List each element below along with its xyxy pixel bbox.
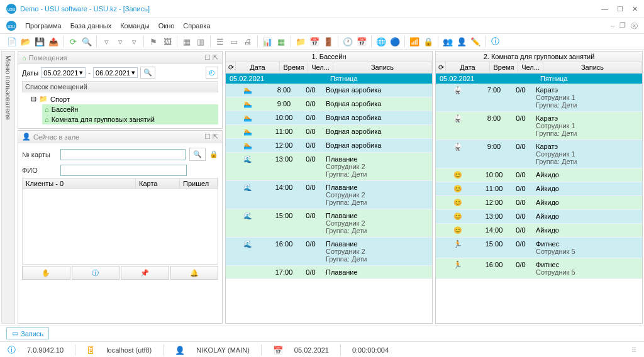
schedule-row[interactable]: 🏊12:000/0Водная аэробика bbox=[226, 139, 432, 153]
tree-room-pool[interactable]: ⌂Бассейн bbox=[42, 104, 218, 114]
schedule-row[interactable]: 🥋9:000/0КаратэСотрудник 1Группа: Дети bbox=[436, 140, 642, 168]
col-time[interactable]: Время bbox=[280, 62, 308, 73]
menu-help[interactable]: Справка bbox=[183, 22, 210, 30]
schedule-row[interactable]: 🏊8:000/0Водная аэробика bbox=[226, 84, 432, 97]
flag-icon[interactable]: ⚑ bbox=[148, 36, 159, 47]
schedule-row[interactable]: 🏃15:000/0ФитнесСотрудник 5 bbox=[436, 238, 642, 258]
image-icon[interactable]: 🖼 bbox=[162, 36, 173, 47]
col-record[interactable]: Запись bbox=[333, 62, 432, 73]
date-icon[interactable]: 📅 bbox=[356, 36, 367, 47]
mdi-restore-icon[interactable]: ❐ bbox=[619, 21, 626, 31]
search-card-button[interactable]: 🔍 bbox=[189, 148, 206, 161]
minimize-icon[interactable]: — bbox=[601, 5, 608, 13]
maximize-icon[interactable]: ☐ bbox=[617, 5, 623, 13]
color-icon[interactable]: 🔵 bbox=[389, 36, 401, 47]
tree-room-group[interactable]: ⌂Комната для групповых занятий bbox=[42, 114, 218, 124]
col-capacity[interactable]: Чел... bbox=[518, 62, 543, 73]
lock-icon[interactable]: 🔒 bbox=[423, 36, 434, 47]
sidetab-usermenu[interactable]: Меню пользователя bbox=[1, 51, 15, 324]
search-dates-button[interactable]: 🔍 bbox=[140, 67, 155, 79]
schedule-row[interactable]: 🌊16:000/0ПлаваниеСотрудник 2Группа: Дети bbox=[226, 238, 432, 266]
schedule-row[interactable]: 🏊10:000/0Водная аэробика bbox=[226, 111, 432, 125]
card-icon[interactable]: ▭ bbox=[228, 36, 240, 47]
filter3-icon[interactable]: ▿ bbox=[128, 36, 140, 47]
menu-database[interactable]: База данных bbox=[70, 22, 112, 30]
grid2-icon[interactable]: ▥ bbox=[195, 36, 206, 47]
schedule-row[interactable]: 🌊14:000/0ПлаваниеСотрудник 2Группа: Дети bbox=[226, 181, 432, 209]
filter-icon[interactable]: ▿ bbox=[101, 36, 112, 47]
panel-pin2-icon[interactable]: ⇱ bbox=[213, 133, 218, 141]
schedule-row[interactable]: 🥋8:000/0КаратэСотрудник 1Группа: Дети bbox=[436, 112, 642, 140]
panel-pin-icon[interactable]: ☐ bbox=[204, 133, 211, 141]
excel-icon[interactable]: ▦ bbox=[275, 36, 287, 47]
user-icon[interactable]: 👤 bbox=[456, 36, 467, 47]
col-time[interactable]: Время bbox=[490, 62, 518, 73]
menu-program[interactable]: Программа bbox=[25, 22, 62, 30]
schedule-row[interactable]: 17:000/0Плавание bbox=[226, 266, 432, 279]
chevron-down-icon[interactable]: ▾ bbox=[131, 69, 135, 77]
schedule-row[interactable]: 🌊13:000/0ПлаваниеСотрудник 2Группа: Дети bbox=[226, 153, 432, 181]
schedule-row[interactable]: 😊10:000/0Айкидо bbox=[436, 168, 642, 182]
new-icon[interactable]: 📄 bbox=[6, 36, 18, 47]
filter2-icon[interactable]: ▿ bbox=[114, 36, 126, 47]
menu-window[interactable]: Окно bbox=[158, 22, 175, 30]
date-to-input[interactable]: 06.02.2021▾ bbox=[93, 67, 138, 78]
refresh-icon[interactable]: ⟳ bbox=[67, 36, 79, 47]
schedule-row[interactable]: 🥋7:000/0КаратэСотрудник 1Группа: Дети bbox=[436, 84, 642, 112]
cal-icon[interactable]: 📅 bbox=[309, 36, 320, 47]
panel-pin-icon[interactable]: ☐ bbox=[204, 53, 211, 62]
export-icon[interactable]: 📤 bbox=[48, 36, 59, 47]
clock-button[interactable]: ◴ bbox=[206, 67, 218, 79]
schedule-row[interactable]: 🏊9:000/0Водная аэробика bbox=[226, 97, 432, 111]
schedule-row[interactable]: 😊13:000/0Айкидо bbox=[436, 210, 642, 224]
col-date[interactable]: Дата bbox=[446, 62, 490, 73]
hand-button[interactable]: ✋ bbox=[22, 266, 70, 280]
lock-icon[interactable]: 🔒 bbox=[209, 150, 218, 158]
col-capacity[interactable]: Чел... bbox=[308, 62, 333, 73]
refresh-col-icon[interactable]: ⟳ bbox=[226, 62, 236, 73]
search-icon[interactable]: 🔍 bbox=[81, 36, 92, 47]
fio-input[interactable] bbox=[60, 165, 187, 176]
brush-icon[interactable]: ✏️ bbox=[470, 36, 481, 47]
list-icon[interactable]: ☰ bbox=[214, 36, 226, 47]
folder-icon: 📁 bbox=[39, 95, 48, 103]
bell-button[interactable]: 🔔 bbox=[170, 266, 219, 280]
tab-record[interactable]: ▭Запись bbox=[6, 327, 49, 339]
menu-commands[interactable]: Команды bbox=[120, 22, 150, 30]
chevron-down-icon[interactable]: ▾ bbox=[79, 69, 83, 77]
schedule-row[interactable]: 🏃16:000/0ФитнесСотрудник 5 bbox=[436, 258, 642, 279]
date-from-input[interactable]: 05.02.2021▾ bbox=[41, 67, 86, 78]
schedule-row[interactable]: 😊12:000/0Айкидо bbox=[436, 196, 642, 210]
collapse-icon[interactable]: ⊟ bbox=[31, 95, 36, 103]
schedule-row[interactable]: 🌊15:000/0ПлаваниеСотрудник 2Группа: Дети bbox=[226, 209, 432, 238]
panel-pin2-icon[interactable]: ⇱ bbox=[213, 53, 218, 62]
entry-time: 13:00 bbox=[270, 153, 298, 180]
clock-icon[interactable]: 🕐 bbox=[342, 36, 353, 47]
print-icon[interactable]: 🖨 bbox=[242, 36, 253, 47]
rss-icon[interactable]: 📶 bbox=[409, 36, 420, 47]
schedule-row[interactable]: 😊11:000/0Айкидо bbox=[436, 182, 642, 196]
card-input[interactable] bbox=[60, 149, 186, 160]
schedule-row[interactable]: 😊14:000/0Айкидо bbox=[436, 224, 642, 238]
pin-button[interactable]: 📌 bbox=[121, 266, 169, 280]
info-button[interactable]: ⓘ bbox=[72, 266, 120, 280]
chart-icon[interactable]: 📊 bbox=[262, 36, 273, 47]
exit-icon[interactable]: 🚪 bbox=[323, 36, 334, 47]
mdi-close-icon[interactable]: ⓧ bbox=[631, 21, 638, 31]
resize-grip-icon[interactable]: ⠿ bbox=[631, 346, 636, 354]
info-icon[interactable]: ⓘ bbox=[489, 36, 501, 47]
entry-time: 11:00 bbox=[270, 125, 298, 138]
refresh-col-icon[interactable]: ⟳ bbox=[436, 62, 446, 73]
open-icon[interactable]: 📂 bbox=[20, 36, 31, 47]
grid-icon[interactable]: ▦ bbox=[181, 36, 192, 47]
folder-icon[interactable]: 📁 bbox=[295, 36, 306, 47]
col-record[interactable]: Запись bbox=[543, 62, 642, 73]
col-date[interactable]: Дата bbox=[236, 62, 280, 73]
world-icon[interactable]: 🌐 bbox=[375, 36, 387, 47]
save-icon[interactable]: 💾 bbox=[34, 36, 45, 47]
tree-root-sport[interactable]: ⊟📁Спорт bbox=[28, 94, 218, 104]
users-icon[interactable]: 👥 bbox=[442, 36, 453, 47]
mdi-minimize-icon[interactable]: – bbox=[611, 21, 614, 31]
close-icon[interactable]: ✕ bbox=[632, 5, 638, 13]
schedule-row[interactable]: 🏊11:000/0Водная аэробика bbox=[226, 125, 432, 139]
